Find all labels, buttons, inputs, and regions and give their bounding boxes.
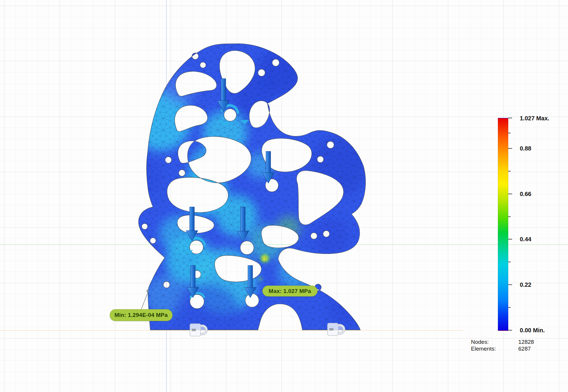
legend-tick: [508, 118, 512, 118]
max-annotation[interactable]: Max: 1.027 MPa: [262, 286, 317, 297]
legend-tick: [508, 194, 512, 194]
legend-label: 0.44: [520, 236, 531, 243]
fixed-constraint-lock-icon-left[interactable]: [190, 324, 206, 336]
stress-colorbar[interactable]: [498, 118, 508, 331]
legend-tick: [508, 284, 512, 285]
stress-mesh-part[interactable]: [112, 30, 379, 355]
min-stress-point: [146, 289, 149, 292]
legend-label: 0.22: [520, 281, 531, 288]
elements-label: Elements:: [471, 346, 518, 352]
legend-label: 0.66: [520, 191, 531, 197]
min-annotation-leader: [141, 292, 148, 310]
legend-max-label: 1.027 Max.: [520, 115, 549, 122]
min-annotation[interactable]: Min: 1.294E-04 MPa: [110, 309, 172, 321]
fea-viewport[interactable]: Min: 1.294E-04 MPa Max: 1.027 MPa 1.027 …: [0, 0, 568, 392]
legend-tick: [508, 133, 511, 133]
fixed-constraint-lock-icon-right[interactable]: [327, 323, 344, 336]
legend-label: 0.88: [520, 145, 531, 152]
legend-tick: [508, 330, 512, 331]
elements-value: 6287: [518, 346, 531, 352]
stress-model-canvas[interactable]: [0, 0, 568, 392]
legend-tick: [508, 171, 511, 171]
nodes-value: 12828: [518, 339, 534, 345]
legend-min-label: 0.00 Min.: [520, 327, 545, 334]
nodes-label: Nodes:: [471, 339, 518, 345]
legend-tick: [508, 262, 511, 262]
legend-tick: [508, 239, 512, 239]
legend-tick: [508, 148, 512, 149]
fe-mesh-overlay: [112, 30, 379, 343]
legend-tick: [508, 307, 511, 308]
legend-tick: [508, 216, 511, 217]
mesh-statistics: Nodes:12828 Elements:6287: [471, 339, 534, 352]
